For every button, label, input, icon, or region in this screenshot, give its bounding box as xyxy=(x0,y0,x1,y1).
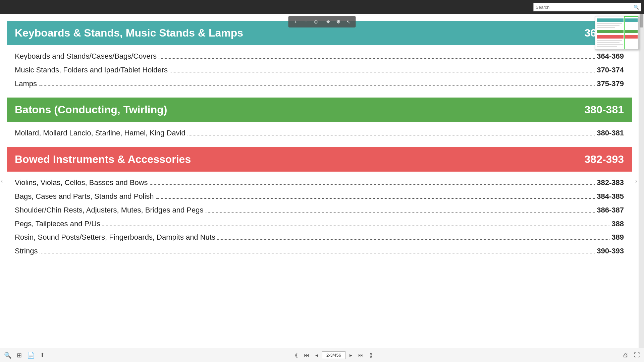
zoom-in-button[interactable]: + xyxy=(291,17,301,26)
svg-rect-7 xyxy=(597,30,624,33)
prev-section-button[interactable]: ⟪ xyxy=(293,351,300,360)
toc-dots xyxy=(156,198,595,199)
entry-label: Pegs, Tailpieces and P/Us xyxy=(15,219,100,229)
first-page-button[interactable]: ⏮ xyxy=(302,351,311,360)
toc-dots xyxy=(170,72,595,72)
zoom-fit-button[interactable]: ⊕ xyxy=(311,17,321,26)
svg-rect-12 xyxy=(597,42,620,43)
entry-label: Bags, Cases and Parts, Stands and Polish xyxy=(15,191,154,202)
entry-page: 384-385 xyxy=(597,191,624,202)
entry-label: Keyboards and Stands/Cases/Bags/Covers xyxy=(15,51,157,62)
entry-page: 370-374 xyxy=(597,65,624,75)
entry-label: Mollard, Mollard Lancio, Starline, Hamel… xyxy=(15,128,185,138)
grid-icon[interactable]: ⊞ xyxy=(17,352,22,359)
entry-page: 380-381 xyxy=(597,128,624,138)
section-header-batons: Batons (Conducting, Twirling) 380-381 xyxy=(7,98,632,122)
entry-label: Strings xyxy=(15,246,38,256)
previous-page-indicator[interactable]: ‹ xyxy=(1,178,3,185)
list-item: Lamps 375-379 xyxy=(15,79,624,89)
entry-page: 375-379 xyxy=(597,79,624,89)
cursor-button[interactable]: ↖ xyxy=(344,17,353,26)
section-entries-keyboards: Keyboards and Stands/Cases/Bags/Covers 3… xyxy=(7,45,632,98)
section-entries-batons: Mollard, Mollard Lancio, Starline, Hamel… xyxy=(7,122,632,147)
navigation-controls: ⟪ ⏮ ◂ 2-3/456 ▸ ⏭ ⟫ xyxy=(293,351,375,360)
top-bar: 🔍 xyxy=(0,0,644,14)
list-item: Bags, Cases and Parts, Stands and Polish… xyxy=(15,191,624,202)
bottom-bar: 🔍 ⊞ 📄 ⬆ ⟪ ⏮ ◂ 2-3/456 ▸ ⏭ ⟫ 🖨 ⛶ xyxy=(0,348,644,362)
toc-dots xyxy=(187,135,595,135)
print-icon[interactable]: 🖨 xyxy=(623,352,629,359)
section-bowed: Bowed Instruments & Accessories 382-393 … xyxy=(7,147,632,265)
zoom-toolbar: + − ⊕ ❖ ❋ ↖ xyxy=(288,16,356,27)
list-item: Keyboards and Stands/Cases/Bags/Covers 3… xyxy=(15,51,624,62)
zoom-out-button[interactable]: − xyxy=(301,17,311,26)
section-title-bowed: Bowed Instruments & Accessories xyxy=(15,153,191,166)
fit-width-button[interactable]: ❋ xyxy=(334,17,343,26)
svg-rect-6 xyxy=(597,27,615,28)
next-page-indicator[interactable]: › xyxy=(635,178,637,185)
toc-dots xyxy=(217,239,609,240)
share-icon[interactable]: ⬆ xyxy=(40,352,45,359)
last-page-button[interactable]: ⏭ xyxy=(356,351,366,360)
svg-rect-14 xyxy=(597,46,617,47)
bottom-right-tools: 🖨 ⛶ xyxy=(623,352,640,359)
list-item: Violins, Violas, Cellos, Basses and Bows… xyxy=(15,178,624,188)
fullscreen-icon[interactable]: ⛶ xyxy=(634,352,640,359)
list-item: Strings 390-393 xyxy=(15,246,624,256)
svg-rect-1 xyxy=(597,18,624,22)
page-indicator[interactable]: 2-3/456 xyxy=(322,351,345,359)
svg-rect-11 xyxy=(597,40,622,41)
entry-page: 364-369 xyxy=(597,51,624,62)
section-pages-batons: 380-381 xyxy=(585,104,624,116)
entry-label: Violins, Violas, Cellos, Basses and Bows xyxy=(15,178,148,188)
entry-page: 386-387 xyxy=(597,205,624,216)
thumbnail-panel xyxy=(595,16,639,50)
list-item: Rosin, Sound Posts/Setters, Fingerboards… xyxy=(15,232,624,243)
svg-rect-2 xyxy=(625,18,638,22)
svg-rect-4 xyxy=(597,23,622,24)
entry-page: 382-383 xyxy=(597,178,624,188)
vertical-scrollbar[interactable] xyxy=(639,14,644,348)
section-header-bowed: Bowed Instruments & Accessories 382-393 xyxy=(7,147,632,172)
svg-rect-9 xyxy=(597,35,624,39)
toc-dots xyxy=(40,253,595,253)
list-item: Pegs, Tailpieces and P/Us 388 xyxy=(15,219,624,229)
fit-page-button[interactable]: ❖ xyxy=(324,17,333,26)
search-icon: 🔍 xyxy=(634,5,639,10)
list-item: Mollard, Mollard Lancio, Starline, Hamel… xyxy=(15,128,624,138)
section-entries-bowed: Violins, Violas, Cellos, Basses and Bows… xyxy=(7,172,632,265)
next-section-button[interactable]: ⟫ xyxy=(368,351,375,360)
entry-page: 388 xyxy=(611,219,624,229)
section-title-keyboards: Keyboards & Stands, Music Stands & Lamps xyxy=(15,27,243,39)
toc-dots xyxy=(150,184,595,185)
search-input[interactable] xyxy=(536,5,634,10)
entry-label: Music Stands, Folders and Ipad/Tablet Ho… xyxy=(15,65,168,75)
search-box[interactable]: 🔍 xyxy=(533,3,641,11)
entry-label: Lamps xyxy=(15,79,37,89)
toc-dots xyxy=(102,226,609,226)
svg-rect-5 xyxy=(597,25,620,26)
entry-label: Rosin, Sound Posts/Setters, Fingerboards… xyxy=(15,232,215,243)
main-content: Keyboards & Stands, Music Stands & Lamps… xyxy=(0,14,639,348)
prev-page-button[interactable]: ◂ xyxy=(313,351,320,360)
download-icon[interactable]: 📄 xyxy=(27,352,35,359)
toc-dots xyxy=(206,212,595,213)
entry-label: Shoulder/Chin Rests, Adjusters, Mutes, B… xyxy=(15,205,204,216)
section-batons: Batons (Conducting, Twirling) 380-381 Mo… xyxy=(7,98,632,147)
toc-dots xyxy=(39,85,595,86)
next-page-button[interactable]: ▸ xyxy=(347,351,354,360)
bottom-left-tools: 🔍 ⊞ 📄 ⬆ xyxy=(4,352,45,359)
section-title-batons: Batons (Conducting, Twirling) xyxy=(15,104,167,116)
search-bottom-icon[interactable]: 🔍 xyxy=(4,352,11,359)
toc-dots xyxy=(159,58,595,59)
entry-page: 390-393 xyxy=(597,246,624,256)
svg-rect-13 xyxy=(597,44,623,45)
section-keyboards: Keyboards & Stands, Music Stands & Lamps… xyxy=(7,21,632,98)
list-item: Shoulder/Chin Rests, Adjusters, Mutes, B… xyxy=(15,205,624,216)
toolbar-divider xyxy=(322,19,322,25)
scrollbar-thumb[interactable] xyxy=(640,14,643,27)
entry-page: 389 xyxy=(611,232,624,243)
section-pages-bowed: 382-393 xyxy=(585,153,624,166)
svg-rect-8 xyxy=(625,30,638,33)
svg-rect-10 xyxy=(625,35,638,39)
